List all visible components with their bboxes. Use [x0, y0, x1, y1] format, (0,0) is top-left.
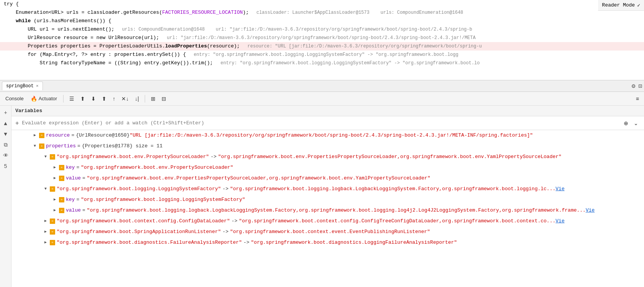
separator-2 [145, 95, 145, 103]
code-inline-comment: entry: "org.springframework.boot.logging… [194, 51, 458, 59]
view-link-lsf-val[interactable]: Vie [586, 206, 595, 215]
code-inline-comment: urls: CompoundEnumeration@1648 url: "jar… [122, 26, 472, 33]
var-icon: = [50, 219, 55, 224]
variables-header: Variables [11, 106, 644, 116]
expression-right-btns: ⊕ ⌄ [622, 119, 640, 127]
code-line-string: String factoryTypeName = ((String) entry… [0, 59, 644, 67]
expand-sarl-btn[interactable]: ▶ [43, 229, 48, 235]
actuator-label: Actuator [39, 96, 57, 101]
eval-x-btn[interactable]: ✕↓ [119, 95, 131, 103]
var-icon: = [59, 165, 64, 170]
expand-psl-btn[interactable]: ▼ [43, 154, 48, 160]
copy-btn[interactable]: ⧉ [1, 140, 10, 149]
expression-settings-btn[interactable]: ⊕ [622, 119, 630, 127]
add-watch-btn[interactable]: + [1, 108, 10, 117]
code-text: while (urls.hasMoreElements()) { [4, 17, 111, 25]
code-inline-comment: url: "jar:file:/D:/maven-3.6.3/repositor… [167, 34, 476, 42]
var-icon: = [50, 240, 55, 245]
expand-psl-val-btn[interactable]: ▶ [52, 176, 57, 181]
console-label: Console [5, 96, 24, 101]
expand-psl-key-btn[interactable]: ▶ [52, 165, 57, 170]
actuator-icon: 🔥 [31, 96, 37, 102]
code-line-urlresource: UrlResource resource = new UrlResource(u… [0, 34, 644, 42]
expand-cdl-btn[interactable]: ▶ [43, 219, 48, 224]
code-text: UrlResource resource = new UrlResource(u… [4, 34, 159, 42]
expand-resource-btn[interactable]: ▶ [32, 133, 38, 138]
add-expression-btn[interactable]: + [15, 120, 19, 127]
console-button[interactable]: Console [3, 95, 26, 102]
code-text: String factoryTypeName = ((String) entry… [4, 59, 213, 67]
expand-far-btn[interactable]: ▶ [43, 240, 48, 245]
code-text: URL url = urls.nextElement(); [4, 26, 114, 33]
list-item: ▶ = resource = {UrlResource@1650} "URL [… [23, 130, 644, 141]
code-editor: Reader Mode ✓ try { Enumeration<URL> url… [0, 0, 644, 80]
expression-bar: + ⊕ ⌄ [11, 116, 644, 130]
reader-mode-check-icon: ✓ [637, 2, 640, 8]
step-out-btn[interactable]: ⬆ [100, 95, 108, 103]
expand-properties-btn[interactable]: ▼ [32, 144, 38, 149]
reader-mode-label: Reader Mode [602, 2, 635, 8]
actuator-button[interactable]: 🔥 Actuator [28, 95, 59, 103]
var-icon: = [59, 197, 64, 202]
main-layout: Reader Mode ✓ try { Enumeration<URL> url… [0, 0, 644, 287]
step-inst-btn[interactable]: ↓| [133, 95, 141, 103]
variables-list: ▶ = resource = {UrlResource@1650} "URL [… [23, 130, 644, 272]
code-line-while: while (urls.hasMoreElements()) { [0, 17, 644, 25]
run-cursor-btn[interactable]: ↑ [111, 95, 117, 103]
tab-close-icon[interactable]: × [36, 84, 39, 88]
code-inline-comment: entry: "org.springframework.boot.logging… [221, 59, 480, 67]
table-view-btn[interactable]: ⊞ [149, 95, 157, 103]
debug-toolbar: Console 🔥 Actuator ☰ ⬆ ⬇ ⬆ ↑ ✕↓ ↓| ⊞ ⊟ ≡ [0, 92, 644, 106]
debug-side-left: + ▲ ▼ ⧉ 👁 5 [0, 106, 11, 287]
list-item: ▶ = "org.springframework.boot.context.co… [23, 216, 644, 227]
list-item: ▼ = properties = {Properties@1778} size … [23, 141, 644, 152]
step-into-btn[interactable]: ⬇ [89, 95, 98, 103]
code-text: Enumeration<URL> urls = classLoader.getR… [4, 9, 249, 16]
view-link-lsf[interactable]: Vie [556, 185, 564, 193]
list-item: ▶ = "org.springframework.boot.SpringAppl… [23, 227, 644, 237]
tab-bar: springBoot × ⚙ ⊡ [0, 80, 644, 92]
scroll-up-btn[interactable]: ▲ [1, 119, 10, 128]
scroll-down-btn[interactable]: ▼ [1, 129, 10, 139]
expand-lsf-btn[interactable]: ▼ [43, 186, 48, 192]
col-settings-btn[interactable]: ⊟ [160, 95, 168, 103]
eye-btn[interactable]: 👁 [1, 151, 10, 160]
var-icon: = [59, 208, 64, 213]
view-link-cdl[interactable]: Vie [556, 217, 564, 225]
var-icon: = [50, 186, 55, 192]
expression-input[interactable] [22, 120, 619, 126]
code-line-for: for (Map.Entry<?, ?> entry : properties.… [0, 51, 644, 59]
window-icon[interactable]: ⊡ [638, 82, 642, 90]
var-icon: = [59, 176, 64, 181]
calc-btn[interactable]: 5 [1, 161, 10, 171]
list-item: ▶ = "org.springframework.boot.diagnostic… [23, 237, 644, 248]
settings-icon[interactable]: ⚙ [632, 82, 636, 90]
list-item: ▼ = "org.springframework.boot.env.Proper… [23, 152, 644, 162]
expand-lsf-val-btn[interactable]: ▶ [52, 208, 57, 213]
list-btn[interactable]: ☰ [67, 95, 76, 103]
reader-mode-bar: Reader Mode ✓ [598, 0, 644, 11]
list-item: ▶ = value = "org.springframework.boot.en… [23, 173, 644, 184]
code-line-enum: Enumeration<URL> urls = classLoader.getR… [0, 8, 644, 17]
code-inline-comment: resource: "URL [jar:file:/D:/maven-3.6.3… [247, 42, 482, 50]
step-over-btn[interactable]: ⬆ [78, 95, 87, 103]
code-line-try: try { [0, 0, 644, 8]
list-item: ▶ = value = "org.springframework.boot.lo… [23, 205, 644, 216]
expand-lsf-key-btn[interactable]: ▶ [52, 197, 57, 202]
code-line-properties: Properties properties = PropertiesLoader… [0, 42, 644, 51]
toolbar-right-icon[interactable]: ≡ [634, 95, 641, 103]
code-text: try { [4, 0, 19, 8]
expression-collapse-btn[interactable]: ⌄ [632, 119, 640, 127]
tab-springboot[interactable]: springBoot × [2, 82, 43, 90]
code-line-url: URL url = urls.nextElement(); urls: Comp… [0, 25, 644, 34]
tab-label: springBoot [6, 83, 34, 89]
list-item: ▶ = key = "org.springframework.boot.env.… [23, 162, 644, 173]
var-icon: = [39, 133, 44, 138]
var-icon: = [39, 144, 44, 149]
variables-label: Variables [15, 108, 42, 114]
code-text: for (Map.Entry<?, ?> entry : properties.… [4, 51, 186, 59]
tab-settings-area: ⚙ ⊡ [632, 82, 642, 90]
separator-1 [63, 95, 64, 103]
code-text: Properties properties = PropertiesLoader… [4, 42, 240, 50]
list-item: ▼ = "org.springframework.boot.logging.Lo… [23, 184, 644, 194]
